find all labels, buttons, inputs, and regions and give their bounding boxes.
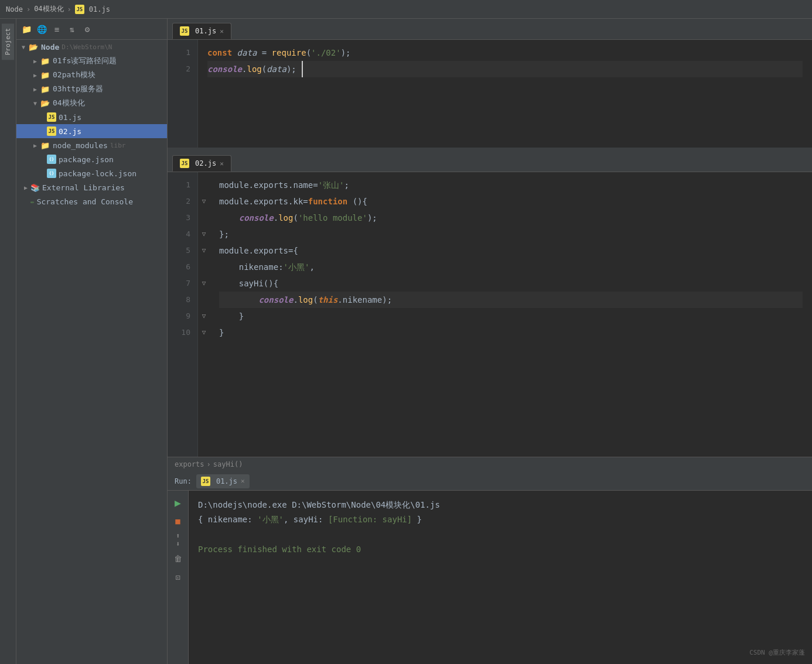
code-line-02-6: nikename:'小黑', [219,259,803,275]
code-line-02-5: module.exports={ [219,242,803,259]
breadcrumb-folder[interactable]: 04模块化 [34,4,63,14]
tree-root[interactable]: ▼ 📂 Node D:\WebStorm\N [16,40,167,54]
code-line-02-10: } [219,324,803,341]
run-trash-btn[interactable]: 🗑 [171,552,185,566]
tree-label-01fs: 01fs读写路径问题 [53,56,117,66]
breadcrumb-bar-02: exports › sayHi() [168,457,812,471]
tree-item-04[interactable]: ▼ 📂 04模块化 [16,96,167,110]
code-line-02-3: console.log('hello module'); [219,210,803,226]
settings-icon[interactable]: ⚙ [82,24,93,35]
tree-item-03http[interactable]: ▶ 📁 03http服务器 [16,82,167,96]
bc-exports[interactable]: exports [175,460,204,468]
fold-10[interactable]: ▽ [198,324,210,341]
breadcrumb-file: JS 01.js [75,5,110,14]
run-layout-btn[interactable]: ⊡ [171,570,185,584]
tab-close-01js[interactable]: ✕ [220,28,224,35]
fold-5[interactable]: ▽ [198,242,210,259]
nm-suffix: libr [110,142,126,149]
tree-item-node-modules[interactable]: ▶ 📁 node_modules libr [16,138,167,152]
root-label: Node [41,43,59,52]
folder-icon-04: 📂 [40,99,50,107]
arrow-down-04: ▼ [30,98,40,108]
tree-label-03http: 03http服务器 [53,84,103,94]
run-cmd-line: D:\nodejs\node.exe D:\WebStorm\Node\04模块… [198,498,803,512]
run-header: Run: JS 01.js ✕ [168,472,812,491]
tree-content: ▼ 📂 Node D:\WebStorm\N ▶ 📁 01fs读写路径问题 ▶ … [16,40,167,664]
js-icon-01: JS [47,112,56,122]
tab-close-02js[interactable]: ✕ [220,160,224,167]
code-content-02[interactable]: module.exports.name='张山'; module.exports… [210,172,812,457]
align-icon[interactable]: ≡ [52,24,62,35]
run-tab-close[interactable]: ✕ [241,477,245,485]
bc-sayhi[interactable]: sayHi() [213,460,243,468]
tree-item-01fs[interactable]: ▶ 📁 01fs读写路径问题 [16,54,167,68]
tree-item-scratches[interactable]: ▶ ✏ Scratches and Console [16,194,167,208]
run-content: ▶ ■ ⬆⬇ 🗑 ⊡ D:\nodejs\node.exe D:\WebStor… [168,491,812,664]
fold-9[interactable]: ▽ [198,308,210,324]
code-content-01[interactable]: const data = require('./02'); console.lo… [198,40,812,148]
run-label: Run: [175,477,192,485]
run-panel: Run: JS 01.js ✕ ▶ ■ ⬆⬇ 🗑 ⊡ D:\nodejs\ [168,471,812,664]
code-line-02-2: module.exports.kk=function (){ [219,193,803,210]
fold-2[interactable]: ▽ [198,193,210,210]
tree-item-02path[interactable]: ▶ 📁 02path模块 [16,68,167,82]
breadcrumb-node[interactable]: Node [6,5,23,13]
tree-label-package-lock: package-lock.json [59,169,137,178]
arrow-right-02: ▶ [30,70,40,80]
line-numbers-01: 1 2 [168,40,198,148]
editor-area: JS 01.js ✕ 1 2 const data = require('./0… [168,19,812,664]
code-editor-02js: 1 2 3 4 5 6 7 8 9 10 ▽ ▽ ▽ [168,172,812,457]
arrow-right-ext: ▶ [21,183,30,192]
run-result-line: { nikename: '小黑', sayHi: [Function: sayH… [198,512,803,527]
run-sidebar: ▶ ■ ⬆⬇ 🗑 ⊡ [168,491,189,664]
tab-label-01js: 01.js [195,27,216,35]
json-icon-pkg: {} [47,155,56,164]
code-line-02-4: }; [219,226,803,242]
folder-icon[interactable]: 📁 [21,24,32,35]
tab-js-icon-01: JS [180,26,189,36]
code-line-1: const data = require('./02'); [207,45,803,61]
tree-label-package-json: package.json [59,155,114,164]
code-line-2: console.log(data); [207,61,803,77]
globe-icon[interactable]: 🌐 [36,24,47,35]
list-icon[interactable]: ⇅ [67,24,77,35]
folder-icon-01fs: 📁 [40,57,50,65]
code-line-02-1: module.exports.name='张山'; [219,177,803,193]
project-panel-tab[interactable]: Project [2,23,14,60]
tree-item-ext-libs[interactable]: ▶ 📚 External Libraries [16,180,167,194]
sep2: › [67,5,71,13]
run-output: D:\nodejs\node.exe D:\WebStorm\Node\04模块… [189,491,812,664]
main-layout: Project 📁 🌐 ≡ ⇅ ⚙ ▼ 📂 Node D:\WebStorm\N… [0,19,812,664]
panel-tabs: Project [0,19,16,664]
line-numbers-02: 1 2 3 4 5 6 7 8 9 10 [168,172,198,457]
run-js-icon: JS [201,477,210,486]
fold-7[interactable]: ▽ [198,275,210,292]
js-icon-02: JS [47,126,56,136]
json-icon-lock: {} [47,169,56,178]
tree-label-ext: External Libraries [42,183,125,192]
bc-sep: › [207,460,211,468]
run-scroll-top-btn[interactable]: ⬆⬇ [171,533,185,547]
run-stop-btn[interactable]: ■ [171,514,185,528]
editor-pane-02js: JS 02.js ✕ 1 2 3 4 5 6 7 8 9 10 [168,149,812,471]
tab-label-02js: 02.js [195,159,216,167]
tree-label-01js: 01.js [59,113,81,122]
project-tree: 📁 🌐 ≡ ⇅ ⚙ ▼ 📂 Node D:\WebStorm\N ▶ 📁 01f… [16,19,168,664]
root-path: D:\WebStorm\N [62,43,112,51]
code-line-02-7: sayHi(){ [219,275,803,292]
title-bar: Node › 04模块化 › JS 01.js [0,0,812,19]
run-play-btn[interactable]: ▶ [171,495,185,509]
tab-01js[interactable]: JS 01.js ✕ [172,23,231,39]
fold-4[interactable]: ▽ [198,226,210,242]
run-tab-01js[interactable]: JS 01.js ✕ [196,474,250,488]
tab-js-icon-02: JS [180,159,189,168]
root-folder-icon: 📂 [28,43,39,51]
sep1: › [26,5,30,13]
tree-item-02js[interactable]: JS 02.js [16,124,167,138]
tree-item-package-lock[interactable]: {} package-lock.json [16,166,167,180]
tab-02js[interactable]: JS 02.js ✕ [172,155,231,172]
arrow-down: ▼ [19,42,28,52]
fold-gutter: ▽ ▽ ▽ ▽ ▽ ▽ [198,172,210,457]
tree-item-package-json[interactable]: {} package.json [16,152,167,166]
tree-item-01js[interactable]: JS 01.js [16,110,167,124]
